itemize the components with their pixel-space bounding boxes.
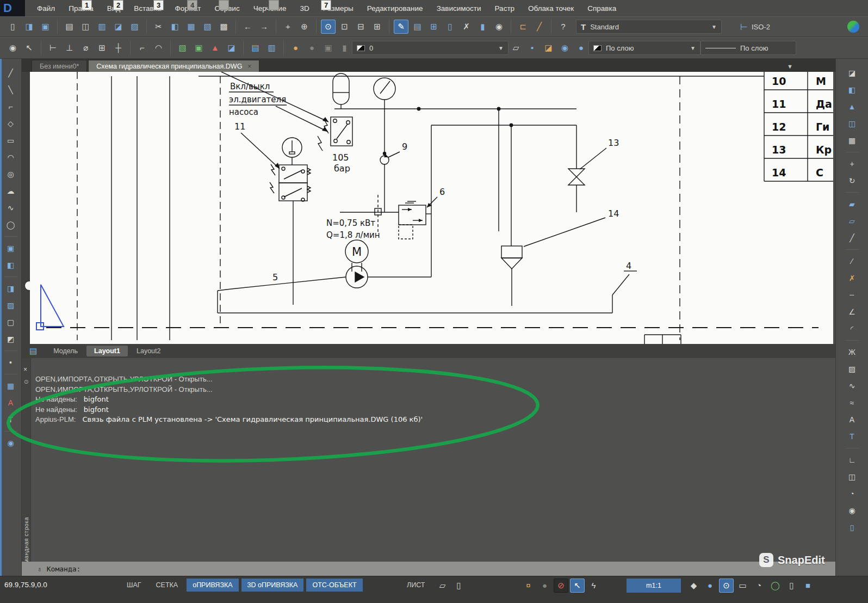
menu-item-1[interactable]: Правка [69,4,94,13]
rotate-icon[interactable]: ↻ [845,174,860,187]
zoom-status-icon[interactable]: ⊙ [719,579,734,593]
workspace-icon[interactable]: ▯ [784,579,799,593]
quick-ruler-icon[interactable]: ╱ [532,20,547,34]
new-file-icon[interactable]: ▯ [5,20,20,34]
pan-icon[interactable]: + [281,20,295,34]
design-center-icon[interactable]: ⊞ [426,20,441,34]
match-properties-icon[interactable]: ▧ [200,20,215,34]
text-style-icon[interactable]: A [3,396,18,409]
menu-item-2[interactable]: Вид [107,4,120,13]
page-setup-icon[interactable]: ▥ [95,20,109,34]
construction-line-icon[interactable]: ╲ [3,83,18,96]
status-toggle-сетка[interactable]: СЕТКА [150,579,184,592]
zoom-object-icon[interactable]: ⊞ [370,20,385,34]
drawing-canvas[interactable]: Вкл/выкл эл.двигателя насоса 11 105 бар … [30,72,833,344]
tab-list-chevron-icon[interactable]: ▼ [787,63,793,70]
dim-linear-icon[interactable]: ⊢ [46,41,60,55]
dim-style-dropdown[interactable]: ⊢ ISO-2 [740,22,770,32]
create-block-icon[interactable]: ◧ [3,259,18,272]
dynamic-input-icon[interactable]: ● [537,579,552,593]
lengthen-icon[interactable]: ⁄ [845,255,860,268]
move-to-layer-icon[interactable]: ▱ [509,41,523,55]
constraints-off-icon[interactable]: ⊘ [554,579,568,593]
layout-tab-layout2[interactable]: Layout2 [129,346,168,356]
mirror-icon[interactable]: ▲ [845,100,860,113]
print-preview-icon[interactable]: ◫ [78,20,93,34]
batch-plot-icon[interactable]: ▨ [127,20,142,34]
pin-icon[interactable]: ⊙ [24,379,28,385]
configuration-icon[interactable]: ✗ [459,20,474,34]
multiline-text-icon[interactable]: T [3,413,18,426]
pan-status-icon[interactable]: ◆ [686,579,701,593]
status-toggle-опривязка[interactable]: оПРИВЯЗКА [187,579,238,592]
document-tab-1[interactable]: Схема гидравлическая принципиальная.DWG× [88,60,259,72]
status-toggle-отс-объект[interactable]: ОТС-ОБЪЕКТ [306,579,362,592]
erase-icon[interactable]: ◪ [845,66,860,79]
isodraft-icon[interactable]: ◯ [768,579,783,593]
ucs-icon[interactable]: ∟ [845,453,860,466]
menu-item-13[interactable]: Справка [587,4,616,13]
close-icon[interactable]: × [23,366,27,373]
layer-state-save-icon[interactable]: ▣ [191,41,206,55]
ellipse-icon[interactable]: ◯ [3,218,18,231]
edit-text-icon[interactable]: A [845,413,860,426]
annotation-monitor-icon[interactable]: ● [703,579,717,593]
save-icon[interactable]: ▣ [38,20,53,34]
layer-on-icon[interactable]: ● [288,41,303,55]
paste-icon[interactable]: ▦ [184,20,199,34]
linetype-dropdown[interactable]: По слою [700,41,796,55]
edit-pencil-icon[interactable]: ✎ [394,20,408,34]
render-icon[interactable]: ◉ [845,504,860,517]
layer-isolate-icon[interactable]: ◪ [541,41,556,55]
menu-item-0[interactable]: Файл [37,4,55,13]
extend-icon[interactable]: ╱ [845,231,860,244]
dim-quick-icon[interactable]: ⊞ [95,41,109,55]
explode-icon[interactable]: Ж [845,346,860,359]
layer-dropdown[interactable]: 0 ▼ [352,41,509,55]
model-space-icon[interactable]: ▱ [435,579,450,593]
menu-item-3[interactable]: Вставка [134,4,161,13]
trim-icon[interactable]: ✗ [845,272,860,285]
menu-item-9[interactable]: Редактирование [367,4,423,13]
layout-tab-layout1[interactable]: Layout1 [86,346,128,356]
move-icon[interactable]: + [845,157,860,170]
break-icon[interactable]: ┄ [845,288,860,302]
dim-baseline-icon[interactable]: ⊥ [62,41,77,55]
dim-center-icon[interactable]: ┼ [111,41,126,55]
edit-hatch-icon[interactable]: ▨ [845,362,860,376]
join-curve-icon[interactable]: ⌐ [135,41,150,55]
chamfer-icon[interactable]: ∠ [845,305,860,318]
arc-icon[interactable]: ◠ [3,151,18,164]
table-icon[interactable]: ▦ [3,379,18,392]
edit-spline-icon[interactable]: ≈ [845,396,860,409]
undo-icon[interactable]: ← [240,20,255,34]
fillet-icon[interactable]: ◜ [845,322,860,335]
polygon-icon[interactable]: ◇ [3,117,18,130]
orbit-status-icon[interactable]: ◔ [752,579,766,593]
layer-freeze-icon[interactable]: ▣ [321,41,336,55]
zoom-window-icon[interactable]: ⊡ [337,20,352,34]
donut-icon[interactable]: ◉ [3,436,18,450]
layer-previous-icon[interactable]: ▪ [525,41,540,55]
status-toggle-sheet[interactable]: ЛИСТ [401,579,431,592]
status-toggle-шаг[interactable]: ШАГ [121,579,147,592]
quick-properties-icon[interactable]: ϟ [586,579,601,593]
notebook-icon[interactable]: ▮ [475,20,490,34]
cut-icon[interactable]: ✂ [151,20,166,34]
blend-curve-icon[interactable]: ◠ [151,41,166,55]
layout-tab-модель[interactable]: Модель [46,346,85,356]
text-style-dropdown[interactable]: T Standard ▼ [576,20,722,34]
layer-state-manager-icon[interactable]: ◪ [224,41,239,55]
layer-unisolate-icon[interactable]: ◉ [557,41,572,55]
menu-item-10[interactable]: Зависимости [437,4,481,13]
select-cursor-icon[interactable]: ↖ [22,41,36,55]
region-icon[interactable]: ▢ [3,316,18,329]
status-toggle-3d-опривязка[interactable]: 3D оПРИВЯЗКА [241,579,304,592]
revision-cloud-icon[interactable]: ☁ [3,184,18,198]
layers-panel-icon[interactable]: ▤ [248,41,263,55]
layer-lock-icon[interactable]: ▮ [337,41,352,55]
edit-polyline-icon[interactable]: ∿ [845,379,860,392]
dynamic-ucs-icon[interactable]: ¤ [521,579,536,593]
copy-object-icon[interactable]: ◧ [845,83,860,96]
tool-palettes-icon[interactable]: ▯ [443,20,457,34]
